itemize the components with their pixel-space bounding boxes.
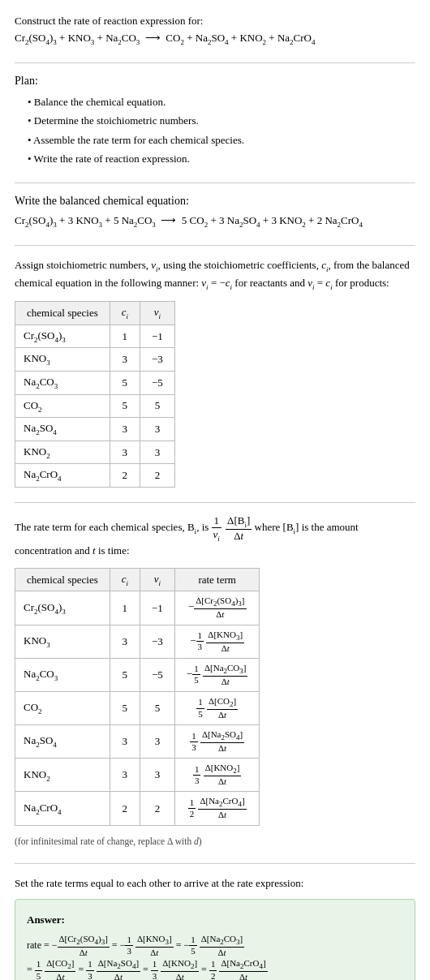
rate-cell: −15 Δ[Na2CO3]Δt <box>174 658 260 691</box>
col-rate: rate term <box>174 568 260 591</box>
vi-cell: −3 <box>140 348 175 372</box>
table-row: KNO3 3 −3 −13 Δ[KNO3]Δt <box>15 625 260 658</box>
vi-cell: −1 <box>140 591 175 625</box>
species-cell: Na2SO4 <box>15 725 110 759</box>
ci-cell: 3 <box>110 418 140 441</box>
ci-cell: 3 <box>110 625 140 658</box>
species-cell: KNO3 <box>15 348 110 372</box>
rate-expression: rate = −Δ[Cr2(SO4)3]Δt = −13 Δ[KNO3]Δt =… <box>27 934 403 980</box>
divider-1 <box>15 62 415 63</box>
species-cell: Cr2(SO4)3 <box>15 591 110 625</box>
species-cell: KNO2 <box>15 441 110 464</box>
balanced-section: Write the balanced chemical equation: Cr… <box>15 195 415 230</box>
ci-cell: 5 <box>110 372 140 395</box>
species-cell: CO2 <box>15 394 110 418</box>
vi-cell: 3 <box>140 418 175 441</box>
stoich-table: chemical species ci νi Cr2(SO4)3 1 −1 KN… <box>15 301 175 488</box>
rate-cell: 12 Δ[Na2CrO4]Δt <box>174 792 260 825</box>
divider-5 <box>15 863 415 864</box>
stoich-description: Assign stoichiometric numbers, νi, using… <box>15 257 415 293</box>
col-ci-2: ci <box>110 568 140 591</box>
species-cell: Cr2(SO4)3 <box>15 325 110 348</box>
vi-cell: −5 <box>140 372 175 395</box>
table-row: Na2CO3 5 −5 −15 Δ[Na2CO3]Δt <box>15 658 260 691</box>
species-cell: Na2CO3 <box>15 372 110 395</box>
ci-cell: 5 <box>110 658 140 691</box>
table-row: KNO3 3 −3 <box>15 348 175 372</box>
species-cell: Na2SO4 <box>15 418 110 441</box>
table-row: Na2CrO4 2 2 12 Δ[Na2CrO4]Δt <box>15 792 260 825</box>
vi-cell: 2 <box>140 464 175 488</box>
vi-cell: 3 <box>140 725 175 759</box>
ci-cell: 1 <box>110 325 140 348</box>
ci-cell: 2 <box>110 464 140 488</box>
species-cell: CO2 <box>15 691 110 724</box>
rate-cell: 13 Δ[KNO2]Δt <box>174 759 260 792</box>
col-vi-1: νi <box>140 302 175 325</box>
plan-section: Plan: Balance the chemical equation. Det… <box>15 75 415 169</box>
col-ci-1: ci <box>110 302 140 325</box>
ci-cell: 3 <box>110 725 140 759</box>
col-vi-2: νi <box>140 568 175 591</box>
vi-cell: −5 <box>140 658 175 691</box>
table-row: Na2CrO4 2 2 <box>15 464 175 488</box>
species-cell: Na2CO3 <box>15 658 110 691</box>
answer-label: Answer: <box>27 909 403 931</box>
col-species-1: chemical species <box>15 302 110 325</box>
table-row: Na2CO3 5 −5 <box>15 372 175 395</box>
rate-note: (for infinitesimal rate of change, repla… <box>15 834 415 849</box>
ci-cell: 1 <box>110 591 140 625</box>
species-cell: KNO2 <box>15 759 110 792</box>
ci-cell: 5 <box>110 691 140 724</box>
vi-cell: 5 <box>140 394 175 418</box>
table-row: CO2 5 5 15 Δ[CO2]Δt <box>15 691 260 724</box>
plan-step-4: Write the rate of reaction expression. <box>28 149 415 168</box>
set-equal-text: Set the rate terms equal to each other t… <box>15 875 415 892</box>
table-row: KNO2 3 3 <box>15 441 175 464</box>
table-row: KNO2 3 3 13 Δ[KNO2]Δt <box>15 759 260 792</box>
answer-box: Answer: rate = −Δ[Cr2(SO4)3]Δt = −13 Δ[K… <box>15 899 415 980</box>
header-section: Construct the rate of reaction expressio… <box>15 13 415 48</box>
plan-title: Plan: <box>15 75 415 88</box>
rate-terms-section: The rate term for each chemical species,… <box>15 514 415 849</box>
vi-cell: 3 <box>140 441 175 464</box>
plan-step-1: Balance the chemical equation. <box>28 92 415 111</box>
vi-cell: 5 <box>140 691 175 724</box>
plan-list: Balance the chemical equation. Determine… <box>15 92 415 169</box>
species-cell: Na2CrO4 <box>15 792 110 825</box>
balanced-equation: Cr2(SO4)3 + 3 KNO3 + 5 Na2CO3 ⟶ 5 CO2 + … <box>15 213 415 230</box>
ci-cell: 3 <box>110 759 140 792</box>
answer-section: Set the rate terms equal to each other t… <box>15 875 415 980</box>
table-row: CO2 5 5 <box>15 394 175 418</box>
table-row: Cr2(SO4)3 1 −1 <box>15 325 175 348</box>
ci-cell: 3 <box>110 441 140 464</box>
ci-cell: 2 <box>110 792 140 825</box>
ci-cell: 5 <box>110 394 140 418</box>
table-row: Na2SO4 3 3 13 Δ[Na2SO4]Δt <box>15 725 260 759</box>
stoich-section: Assign stoichiometric numbers, νi, using… <box>15 257 415 488</box>
rate-cell: −13 Δ[KNO3]Δt <box>174 625 260 658</box>
species-cell: KNO3 <box>15 625 110 658</box>
divider-2 <box>15 183 415 183</box>
table-row: Na2SO4 3 3 <box>15 418 175 441</box>
vi-cell: −1 <box>140 325 175 348</box>
unbalanced-reaction: Cr2(SO4)3 + KNO3 + Na2CO3 ⟶ CO2 + Na2SO4… <box>15 30 415 48</box>
rate-term-description: The rate term for each chemical species,… <box>15 514 415 560</box>
rate-cell: −Δ[Cr2(SO4)3]Δt <box>174 591 260 625</box>
balanced-title: Write the balanced chemical equation: <box>15 195 415 208</box>
rate-terms-table: chemical species ci νi rate term Cr2(SO4… <box>15 568 260 826</box>
construct-label: Construct the rate of reaction expressio… <box>15 13 415 30</box>
table-row: Cr2(SO4)3 1 −1 −Δ[Cr2(SO4)3]Δt <box>15 591 260 625</box>
rate-cell: 15 Δ[CO2]Δt <box>174 691 260 724</box>
vi-cell: −3 <box>140 625 175 658</box>
rate-cell: 13 Δ[Na2SO4]Δt <box>174 725 260 759</box>
plan-step-3: Assemble the rate term for each chemical… <box>28 131 415 149</box>
species-cell: Na2CrO4 <box>15 464 110 488</box>
col-species-2: chemical species <box>15 568 110 591</box>
plan-step-2: Determine the stoichiometric numbers. <box>28 111 415 130</box>
vi-cell: 3 <box>140 759 175 792</box>
divider-4 <box>15 502 415 503</box>
ci-cell: 3 <box>110 348 140 372</box>
divider-3 <box>15 245 415 246</box>
vi-cell: 2 <box>140 792 175 825</box>
